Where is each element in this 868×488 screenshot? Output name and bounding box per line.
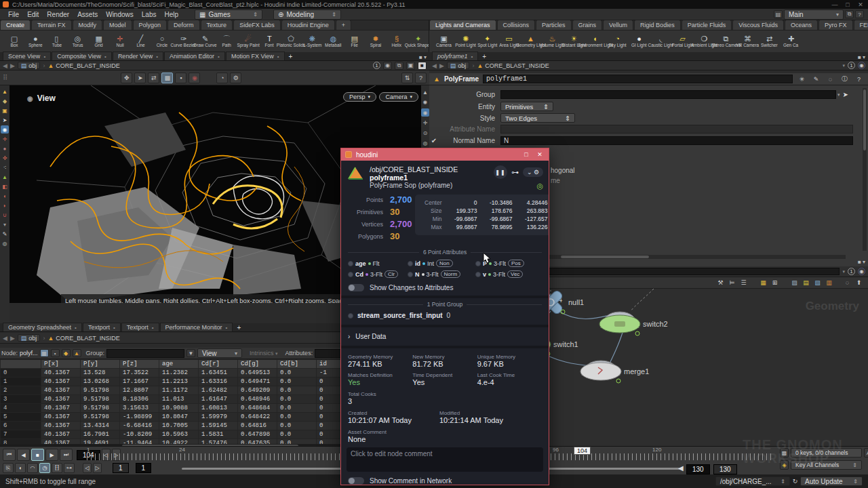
auto-key-icon[interactable]: A bbox=[864, 448, 868, 458]
group-radio[interactable] bbox=[348, 313, 353, 319]
column-header-P[z][interactable]: P[z] bbox=[120, 360, 159, 369]
tab-textport[interactable]: Textport• bbox=[83, 323, 121, 331]
shelf-tab-deform[interactable]: Deform bbox=[167, 20, 200, 30]
magnet-icon[interactable]: ∪ bbox=[1, 211, 9, 219]
pin-dialog-button[interactable]: ⊶ bbox=[511, 168, 519, 177]
flipbook-icon[interactable]: ▪ bbox=[175, 73, 186, 83]
stopwatch-icon[interactable]: ◔ bbox=[216, 73, 228, 83]
attr-chip-v[interactable]: v3-FltVec bbox=[475, 270, 543, 278]
menu-edit[interactable]: Edit bbox=[23, 9, 43, 20]
prev-key-button[interactable]: ◁ bbox=[83, 463, 92, 473]
layout-icon[interactable]: ⧉ bbox=[845, 10, 854, 18]
forward-icon[interactable]: ▶ bbox=[439, 62, 444, 69]
breadcrumb-node[interactable]: ▲CORE_BLAST_INSIDE bbox=[47, 62, 119, 69]
node-value[interactable]: polyf... bbox=[20, 350, 38, 357]
split-view-icon[interactable]: ⇅ bbox=[401, 73, 413, 83]
desktop-icon[interactable]: ▤ bbox=[774, 10, 783, 18]
back-icon[interactable]: ◀ bbox=[3, 62, 7, 69]
paint-icon[interactable]: ▲ bbox=[1, 173, 9, 181]
handles-icon[interactable]: ✛ bbox=[1, 135, 9, 143]
table-row[interactable]: 740.136716.7901-10.820910.59631.58310.64… bbox=[1, 430, 356, 439]
menu-help[interactable]: Help bbox=[160, 9, 182, 20]
next-key-button[interactable]: ▷ bbox=[93, 463, 102, 473]
shelf-tool-geometry-light[interactable]: ▲Geometry Light bbox=[520, 35, 541, 47]
snapshot-tool-icon[interactable]: ▩ bbox=[161, 73, 173, 83]
light-headlamp-icon[interactable]: ✺ bbox=[421, 98, 429, 106]
scatter-icon[interactable]: ⁖ bbox=[1, 163, 9, 171]
sync-badge[interactable]: ◉ bbox=[858, 62, 865, 69]
shelf-tool-box[interactable]: ▢Box bbox=[4, 35, 24, 47]
tab-close-icon[interactable]: • bbox=[226, 325, 228, 331]
scroll-up-icon[interactable]: ▲ bbox=[421, 88, 429, 96]
window-minimize-button[interactable]: — bbox=[830, 1, 840, 8]
forward-icon[interactable]: ▶ bbox=[10, 335, 15, 342]
list-icon[interactable]: ☰ bbox=[738, 279, 749, 287]
select-arrow-icon[interactable]: ➤ bbox=[843, 91, 848, 98]
shelf-tab-particle-fluids[interactable]: Particle Fluids bbox=[682, 20, 732, 30]
table-row[interactable]: 640.136713.4314-6.6841610.70051.591450.6… bbox=[1, 422, 356, 430]
shelf-tab-houdini-engine[interactable]: Houdini Engine bbox=[281, 20, 335, 30]
shelf-tool-null[interactable]: ✛Null bbox=[110, 35, 130, 47]
select-arrow-icon[interactable]: ➤ bbox=[1, 116, 9, 124]
table-row[interactable]: 840.136719.4691-11.946410.49221.574760.6… bbox=[1, 439, 356, 445]
tab-motion-fx-view[interactable]: Motion FX View• bbox=[226, 52, 285, 60]
window-close-button[interactable]: ✕ bbox=[856, 1, 865, 8]
shelf-tool-quick-shapes[interactable]: ✦Quick Shapes bbox=[408, 35, 429, 47]
shelf-tool-platonic-solids[interactable]: ⬠Platonic Solids bbox=[280, 35, 301, 47]
tab-close-icon[interactable]: • bbox=[277, 54, 279, 60]
light-default-icon[interactable]: ◉ bbox=[421, 108, 429, 117]
realtime-toggle-icon[interactable]: ◷ bbox=[39, 463, 50, 473]
pane-maximize-icon[interactable]: ■ ▾ bbox=[858, 54, 865, 60]
anim-curve-icon[interactable]: ◠ bbox=[27, 463, 38, 473]
shelf-tab-vellum[interactable]: Vellum bbox=[603, 20, 633, 30]
shelf-tool-curve-bezier[interactable]: ✑Curve Bezier bbox=[173, 35, 194, 47]
network-node-merge1[interactable]: merge1 bbox=[580, 361, 649, 383]
color-palette-icon[interactable]: ▦ bbox=[758, 279, 768, 287]
shelf-tool-sphere[interactable]: ●Sphere bbox=[25, 35, 45, 47]
shelf-tool-file[interactable]: ▤File bbox=[344, 35, 365, 47]
intrinsics-select[interactable]: Intrinsics ▾ bbox=[250, 350, 278, 357]
brush-icon[interactable]: ✎ bbox=[811, 75, 821, 83]
breadcrumb-root[interactable]: ▤obj bbox=[18, 62, 41, 69]
jump-end-button[interactable]: ⏭ bbox=[60, 449, 73, 461]
attr-radio[interactable] bbox=[348, 261, 353, 266]
recook-icon[interactable]: ↻ bbox=[790, 477, 800, 486]
shelf-tab-fem[interactable]: FEM bbox=[854, 20, 868, 30]
netbox-icon[interactable]: ▧ bbox=[812, 279, 823, 287]
column-header-Cd[b][interactable]: Cd[b] bbox=[277, 360, 317, 369]
drag-handle-icon[interactable]: ⠿ bbox=[3, 74, 8, 81]
light-bulb-icon[interactable]: ⊙ bbox=[421, 129, 429, 137]
stop-button[interactable]: ■ bbox=[31, 449, 44, 461]
gear-icon[interactable]: ✳ bbox=[797, 75, 807, 83]
style-select[interactable]: Two Edges⇕ bbox=[500, 113, 575, 123]
column-header-index[interactable] bbox=[1, 360, 41, 369]
shelf-tab-rigid-bodies[interactable]: Rigid Bodies bbox=[634, 20, 681, 30]
tab-close-icon[interactable]: • bbox=[152, 325, 154, 331]
param-help-icon[interactable]: ? bbox=[854, 75, 864, 83]
show-comment-toggle[interactable] bbox=[348, 477, 364, 485]
tab-composite-view[interactable]: Composite View• bbox=[52, 52, 112, 60]
attr-chip-Cd[interactable]: Cd3-FltClr bbox=[348, 270, 408, 278]
pin-count-badge[interactable]: 1 bbox=[848, 62, 855, 69]
attr-chip-age[interactable]: ageFlt bbox=[348, 260, 408, 267]
dialog-maximize-button[interactable]: □ bbox=[521, 151, 531, 158]
net-sync-badge[interactable]: ◉ bbox=[858, 268, 865, 275]
breadcrumb-root[interactable]: ▤obj bbox=[18, 334, 41, 342]
shelf-tab-texture[interactable]: Texture bbox=[201, 20, 233, 30]
breadcrumb-node[interactable]: ▲CORE_BLAST_INSIDE bbox=[477, 62, 549, 69]
attr-radio[interactable] bbox=[408, 261, 413, 266]
shelf-tab-polygon[interactable]: Polygon bbox=[133, 20, 167, 30]
shelf-tool-helix[interactable]: §Helix bbox=[387, 35, 407, 47]
shelf-tool-point-light[interactable]: ✺Point Light bbox=[455, 35, 476, 47]
sticky-note-icon[interactable]: ▤ bbox=[801, 279, 811, 287]
pane-fill-icon[interactable]: ■ bbox=[418, 62, 427, 70]
shelf-tab-grains[interactable]: Grains bbox=[572, 20, 603, 30]
view-globe-icon[interactable]: ◍ bbox=[1, 239, 9, 247]
shelf-tab-lights-and-cameras[interactable]: Lights and Cameras bbox=[429, 20, 496, 30]
key-icon[interactable]: ⊶ bbox=[64, 463, 75, 473]
pause-updates-button[interactable]: ❚❚ bbox=[494, 165, 507, 179]
shelf-tool-spray-paint[interactable]: ☄Spray Paint bbox=[237, 35, 258, 47]
vertex-mode-icon[interactable]: • bbox=[51, 349, 60, 357]
normalname-checkbox[interactable]: ✔ bbox=[429, 137, 439, 144]
new-tab-button[interactable]: + bbox=[285, 53, 296, 60]
